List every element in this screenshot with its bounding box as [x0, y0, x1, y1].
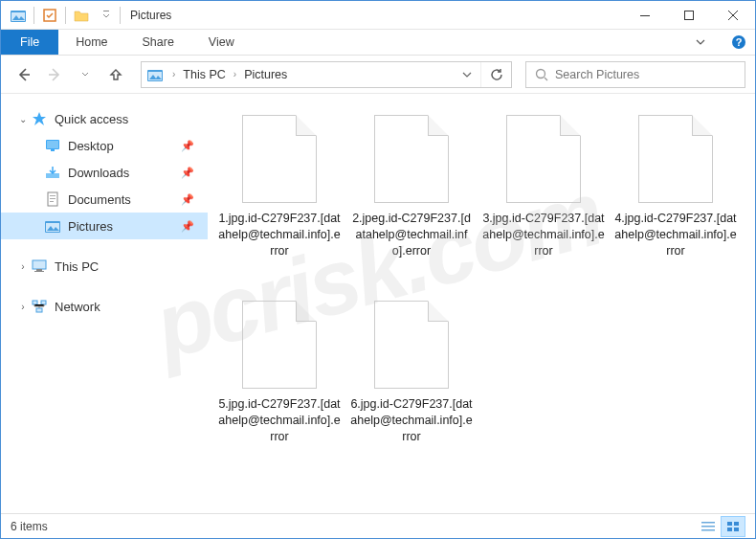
svg-rect-6: [685, 11, 694, 19]
file-name: 5.jpg.id-C279F237.[datahelp@techmail.inf…: [213, 396, 345, 445]
file-item[interactable]: 2.jpeg.id-C279F237.[datahelp@techmail.in…: [345, 107, 478, 293]
svg-rect-28: [33, 301, 37, 304]
qat-folder-icon[interactable]: [70, 5, 93, 26]
refresh-button[interactable]: [480, 62, 511, 87]
file-item[interactable]: 1.jpg.id-C279F237.[datahelp@techmail.inf…: [213, 107, 345, 293]
sidebar-item-desktop[interactable]: Desktop 📌: [1, 132, 208, 159]
svg-rect-27: [34, 271, 44, 272]
content-area: ⌄ Quick access Desktop 📌 Downloads 📌 Doc: [1, 94, 755, 513]
pin-icon: 📌: [181, 193, 208, 206]
sidebar-tree: ⌄ Quick access Desktop 📌 Downloads 📌 Doc: [1, 94, 208, 513]
file-name: 6.jpg.id-C279F237.[datahelp@techmail.inf…: [345, 396, 478, 445]
pictures-icon: [43, 217, 62, 235]
svg-rect-30: [36, 308, 42, 312]
qat-separator: [33, 7, 34, 24]
pin-icon: 📌: [181, 140, 208, 152]
breadcrumb-dropdown-icon[interactable]: [454, 61, 480, 88]
close-button[interactable]: [711, 1, 755, 30]
computer-icon: [30, 258, 49, 275]
svg-rect-36: [727, 528, 732, 531]
downloads-icon: [43, 164, 62, 181]
file-icon: [374, 115, 449, 203]
tab-home[interactable]: Home: [58, 30, 124, 55]
search-input[interactable]: [551, 68, 745, 81]
maximize-button[interactable]: [667, 1, 711, 30]
tree-separator: [1, 280, 208, 293]
back-button[interactable]: [11, 61, 37, 88]
svg-rect-16: [51, 149, 55, 151]
quick-access-toolbar: [1, 5, 118, 26]
file-item[interactable]: 6.jpg.id-C279F237.[datahelp@techmail.inf…: [345, 293, 478, 479]
qat-properties-icon[interactable]: [38, 5, 61, 26]
file-item[interactable]: 4.jpg.id-C279F237.[datahelp@techmail.inf…: [610, 107, 742, 293]
ribbon-expand-icon[interactable]: [678, 30, 723, 55]
svg-rect-19: [50, 195, 56, 196]
minimize-button[interactable]: [623, 1, 667, 30]
up-button[interactable]: [102, 61, 129, 88]
file-tab[interactable]: File: [1, 30, 58, 55]
sidebar-item-documents[interactable]: Documents 📌: [1, 186, 208, 213]
file-name: 1.jpg.id-C279F237.[datahelp@techmail.inf…: [213, 211, 345, 259]
file-name: 2.jpeg.id-C279F237.[datahelp@techmail.in…: [345, 211, 478, 259]
help-button[interactable]: ?: [723, 30, 755, 55]
file-item[interactable]: 3.jpg.id-C279F237.[datahelp@techmail.inf…: [478, 107, 610, 293]
svg-rect-32: [701, 526, 715, 528]
chevron-down-icon[interactable]: ⌄: [16, 114, 30, 124]
svg-rect-34: [727, 522, 732, 526]
file-name: 4.jpg.id-C279F237.[datahelp@techmail.inf…: [610, 211, 742, 259]
file-area[interactable]: 1.jpg.id-C279F237.[datahelp@techmail.inf…: [208, 94, 755, 513]
tab-view[interactable]: View: [191, 30, 252, 55]
network-icon: [30, 298, 49, 315]
search-box[interactable]: [525, 61, 745, 88]
icons-view-button[interactable]: [721, 516, 745, 537]
svg-rect-15: [47, 141, 58, 148]
tab-share[interactable]: Share: [125, 30, 191, 55]
chevron-right-icon[interactable]: ›: [167, 69, 181, 79]
breadcrumb-item[interactable]: Pictures: [242, 68, 289, 81]
view-toggles: [696, 516, 745, 537]
qat-dropdown-icon[interactable]: [95, 5, 118, 26]
svg-text:?: ?: [736, 36, 743, 48]
sidebar-item-network[interactable]: › Network: [1, 293, 208, 320]
pin-icon: 📌: [181, 167, 208, 179]
app-icon[interactable]: [7, 5, 30, 26]
svg-rect-26: [36, 269, 42, 271]
tree-label: Network: [55, 300, 208, 314]
tree-label: This PC: [55, 259, 208, 274]
recent-dropdown-icon[interactable]: [72, 61, 99, 88]
titlebar: Pictures: [1, 1, 755, 30]
ribbon-spacer: [252, 30, 678, 55]
statusbar: 6 items: [1, 513, 755, 538]
details-view-button[interactable]: [696, 516, 721, 537]
sidebar-item-quick-access[interactable]: ⌄ Quick access: [1, 105, 208, 132]
tree-label: Downloads: [68, 166, 181, 180]
navbar: › This PC › Pictures: [1, 56, 755, 94]
desktop-icon: [43, 137, 62, 154]
titlebar-separator: [120, 7, 121, 24]
sidebar-item-pictures[interactable]: Pictures 📌: [1, 213, 208, 239]
documents-icon: [43, 191, 62, 208]
svg-rect-4: [103, 11, 109, 11]
sidebar-item-downloads[interactable]: Downloads 📌: [1, 159, 208, 186]
star-icon: [30, 110, 49, 127]
svg-rect-37: [734, 528, 739, 531]
chevron-right-icon[interactable]: ›: [228, 69, 242, 79]
svg-rect-33: [701, 529, 715, 531]
file-icon: [242, 301, 317, 389]
svg-rect-31: [701, 522, 715, 524]
ribbon: File Home Share View ?: [1, 30, 755, 56]
search-icon: [532, 68, 551, 81]
tree-label: Desktop: [68, 139, 181, 153]
breadcrumb[interactable]: › This PC › Pictures: [141, 61, 512, 88]
svg-rect-5: [640, 15, 650, 16]
sidebar-item-this-pc[interactable]: › This PC: [1, 253, 208, 280]
chevron-right-icon[interactable]: ›: [16, 261, 30, 272]
svg-rect-20: [50, 198, 56, 199]
chevron-right-icon[interactable]: ›: [16, 302, 30, 312]
svg-marker-13: [33, 112, 46, 125]
forward-button[interactable]: [41, 61, 68, 88]
window-title: Pictures: [122, 9, 623, 22]
breadcrumb-item[interactable]: This PC: [181, 68, 227, 81]
file-item[interactable]: 5.jpg.id-C279F237.[datahelp@techmail.inf…: [213, 293, 345, 479]
tree-separator: [1, 239, 208, 253]
